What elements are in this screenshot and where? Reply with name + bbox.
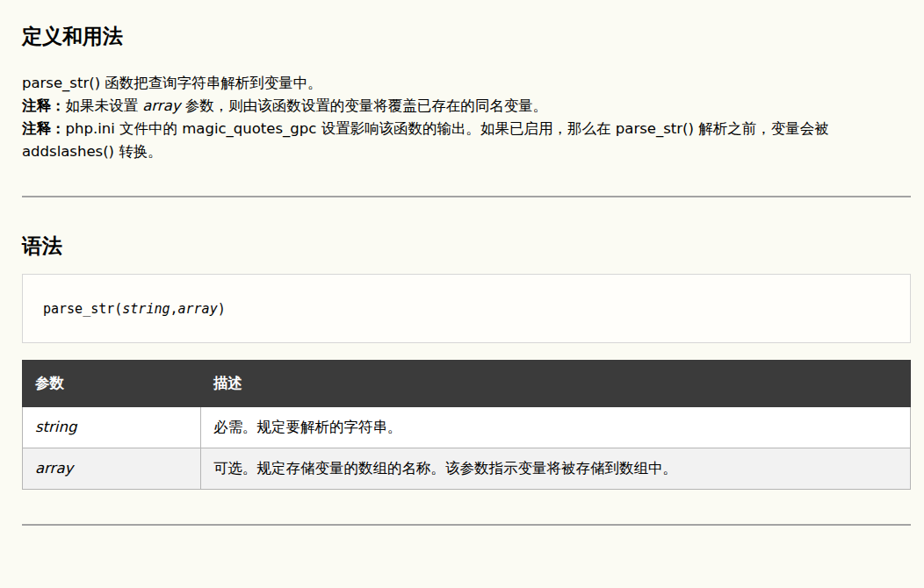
note-label: 注释：: [22, 97, 66, 114]
parameters-table-head: 参数 描述: [23, 361, 911, 407]
syntax-code: parse_str(string,array): [43, 301, 226, 317]
section-divider: [22, 196, 911, 197]
table-header-desc: 描述: [201, 361, 911, 407]
desc-cell: 必需。规定要解析的字符串。: [201, 407, 911, 448]
note1-text-post: 参数，则由该函数设置的变量将覆盖已存在的同名变量。: [181, 97, 548, 114]
param-cell: string: [23, 407, 201, 448]
note-paragraph-1: 注释：如果未设置 array 参数，则由该函数设置的变量将覆盖已存在的同名变量。: [22, 95, 911, 118]
note-label: 注释：: [22, 120, 66, 137]
parameters-table-body: string 必需。规定要解析的字符串。 array 可选。规定存储变量的数组的…: [23, 407, 911, 490]
table-header-param: 参数: [23, 361, 201, 407]
syntax-heading: 语法: [22, 233, 911, 259]
definition-heading: 定义和用法: [22, 0, 911, 49]
code-separator: ,: [170, 301, 178, 317]
code-param-string: string: [122, 301, 170, 317]
table-row: string 必需。规定要解析的字符串。: [23, 407, 911, 448]
table-row: array 可选。规定存储变量的数组的名称。该参数指示变量将被存储到数组中。: [23, 448, 911, 490]
doc-content: 定义和用法 parse_str() 函数把查询字符串解析到变量中。 注释：如果未…: [0, 0, 924, 526]
code-fn-open: parse_str(: [43, 301, 122, 317]
parameters-table: 参数 描述 string 必需。规定要解析的字符串。 array 可选。规定存储…: [22, 360, 911, 490]
table-header-row: 参数 描述: [23, 361, 911, 407]
note2-text: php.ini 文件中的 magic_quotes_gpc 设置影响该函数的输出…: [22, 120, 829, 160]
note1-text-pre: 如果未设置: [66, 97, 143, 114]
code-close: ): [218, 301, 226, 317]
note1-param-array: array: [142, 97, 180, 114]
code-param-array: array: [178, 301, 218, 317]
intro-paragraph: parse_str() 函数把查询字符串解析到变量中。: [22, 72, 911, 95]
bottom-divider: [22, 524, 911, 526]
intro-text: parse_str() 函数把查询字符串解析到变量中。: [22, 75, 322, 91]
param-cell: array: [23, 448, 201, 490]
syntax-code-box: parse_str(string,array): [22, 274, 911, 343]
note-paragraph-2: 注释：php.ini 文件中的 magic_quotes_gpc 设置影响该函数…: [22, 118, 911, 163]
desc-cell: 可选。规定存储变量的数组的名称。该参数指示变量将被存储到数组中。: [201, 448, 911, 490]
